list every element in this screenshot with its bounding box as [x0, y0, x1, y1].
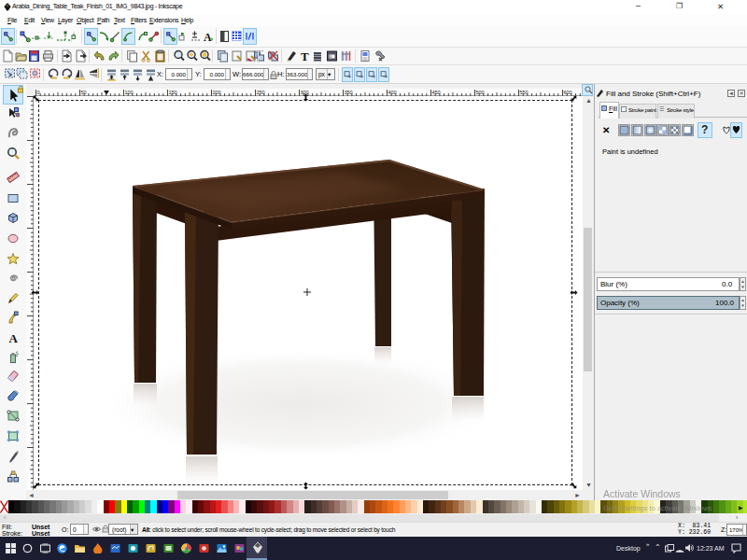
svg-text:450: 450 — [432, 90, 441, 95]
svg-text:A: A — [9, 331, 19, 345]
svg-text:250: 250 — [257, 90, 265, 95]
svg-text:50: 50 — [81, 90, 87, 95]
svg-text:200: 200 — [213, 90, 221, 95]
svg-text:350: 350 — [345, 90, 353, 95]
svg-text:150: 150 — [169, 90, 177, 95]
svg-text:100: 100 — [125, 90, 134, 95]
svg-text:A: A — [204, 31, 212, 44]
svg-text:400: 400 — [388, 90, 397, 95]
svg-text:T: T — [301, 49, 309, 63]
svg-text:500: 500 — [476, 90, 485, 95]
svg-text:550: 550 — [520, 90, 529, 95]
